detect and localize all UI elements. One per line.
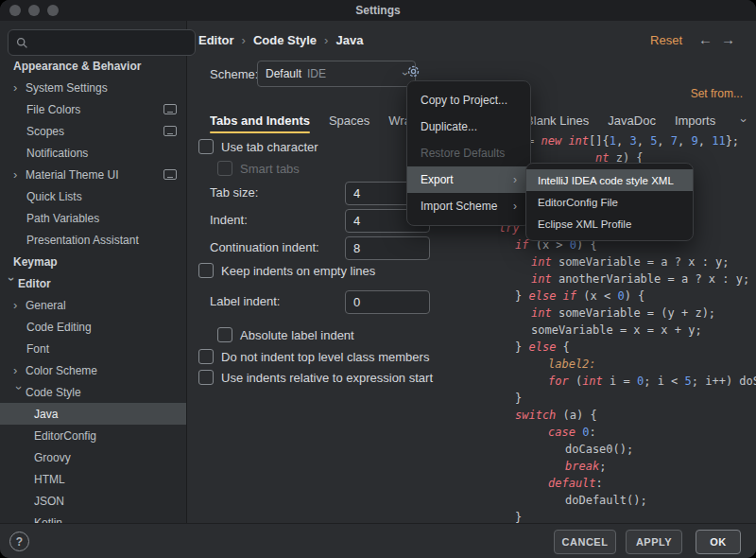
minimize-button[interactable]	[28, 5, 40, 16]
sidebar-item-java[interactable]: Java	[0, 403, 186, 425]
reset-button[interactable]: Reset	[650, 33, 682, 47]
chevron-right-icon[interactable]: ›	[13, 299, 26, 311]
code-segment: 9	[692, 134, 698, 148]
chevron-down-icon[interactable]: ›	[13, 386, 26, 398]
scheme-dropdown[interactable]: Default IDE ›	[257, 61, 416, 87]
sidebar-item-material-theme-ui[interactable]: ›Material Theme UI	[0, 164, 186, 185]
menu-item-restore-defaults: Restore Defaults	[407, 140, 530, 166]
sidebar-item-color-scheme[interactable]: ›Color Scheme	[0, 359, 186, 381]
menu-item-copy-to-project[interactable]: Copy to Project...	[407, 87, 530, 113]
sidebar-item-code-style[interactable]: ›Code Style	[0, 381, 186, 403]
tabs-overflow-button[interactable]: ›	[731, 106, 756, 134]
code-line: }	[421, 509, 756, 524]
sidebar-item-editorconfig[interactable]: EditorConfig	[0, 425, 186, 446]
set-from-link[interactable]: Set from...	[691, 87, 743, 100]
code-line: doCase0();	[421, 441, 756, 458]
help-button[interactable]: ?	[9, 532, 29, 551]
sidebar-item-label: Presentation Assistant	[26, 234, 139, 247]
menu-item-import-scheme[interactable]: Import Scheme›	[407, 193, 530, 219]
sidebar-item-general[interactable]: ›General	[0, 294, 186, 316]
continuation-indent-input[interactable]	[345, 236, 430, 260]
tab-imports[interactable]: Imports	[675, 106, 715, 134]
sidebar-item-json[interactable]: JSON	[0, 490, 186, 512]
chevron-down-icon[interactable]: ›	[6, 277, 18, 289]
code-segment: ,	[698, 134, 712, 148]
chevron-right-icon[interactable]: ›	[13, 81, 26, 94]
forward-arrow-icon[interactable]: →	[721, 31, 735, 47]
checkbox-do-not-indent-top-level[interactable]: Do not indent top level class members	[198, 349, 429, 364]
sidebar-item-scopes[interactable]: Scopes	[0, 120, 186, 142]
tab-tabs-and-indents[interactable]: Tabs and Indents	[210, 106, 310, 134]
sidebar-item-editor[interactable]: ›Editor	[0, 272, 186, 294]
sidebar-item-appearance-behavior[interactable]: Appearance & Behavior	[0, 55, 186, 77]
chevron-right-icon[interactable]: ›	[13, 364, 26, 376]
close-button[interactable]	[9, 5, 21, 16]
sidebar-item-groovy[interactable]: Groovy	[0, 446, 186, 468]
sidebar-item-font[interactable]: Font	[0, 338, 186, 359]
tab-javadoc[interactable]: JavaDoc	[608, 106, 656, 134]
back-arrow-icon[interactable]: ←	[698, 31, 713, 47]
titlebar: Settings	[0, 0, 756, 21]
checkbox-keep-indents[interactable]: Keep indents on empty lines	[198, 263, 375, 278]
code-segment: doDefault();	[565, 494, 647, 507]
code-segment: 3	[629, 134, 636, 148]
checkbox-box[interactable]	[217, 327, 232, 342]
checkbox-use-indents-relative[interactable]: Use indents relative to expression start	[198, 370, 433, 385]
checkbox-absolute-label-indent[interactable]: Absolute label indent	[217, 327, 354, 342]
sidebar-item-html[interactable]: HTML	[0, 468, 186, 490]
breadcrumb-item-java[interactable]: Java	[335, 33, 363, 47]
sidebar-item-keymap[interactable]: Keymap	[0, 251, 186, 272]
checkbox-label: Keep indents on empty lines	[221, 264, 375, 278]
code-segment: i =	[603, 375, 637, 388]
label-indent-input[interactable]	[345, 290, 430, 314]
zoom-button[interactable]	[47, 5, 59, 16]
chevron-right-icon[interactable]: ›	[13, 168, 26, 181]
menu-item-intellij-idea-code-style-xml[interactable]: IntelliJ IDEA code style XML	[526, 169, 693, 191]
submenu-arrow-icon: ›	[513, 200, 517, 213]
ok-button[interactable]: OK	[696, 530, 741, 554]
sidebar-tree: Appearance & Behavior›System SettingsFil…	[0, 55, 186, 524]
code-segment: switch	[515, 409, 556, 422]
sidebar-item-quick-lists[interactable]: Quick Lists	[0, 185, 186, 207]
sidebar-item-path-variables[interactable]: Path Variables	[0, 207, 186, 229]
code-segment: }	[515, 289, 528, 303]
checkbox-box[interactable]	[198, 139, 214, 154]
sidebar-item-presentation-assistant[interactable]: Presentation Assistant	[0, 229, 186, 251]
checkbox-box[interactable]	[198, 370, 214, 385]
code-segment: :	[589, 426, 595, 439]
sidebar-item-label: File Colors	[26, 103, 80, 116]
menu-item-eclipse-xml-profile[interactable]: Eclipse XML Profile	[526, 213, 693, 235]
sidebar-item-code-editing[interactable]: Code Editing	[0, 316, 186, 338]
sidebar-item-label: Scopes	[26, 125, 64, 138]
checkbox-box[interactable]	[198, 349, 214, 364]
sidebar-item-notifications[interactable]: Notifications	[0, 142, 186, 164]
checkbox-box[interactable]	[198, 263, 214, 278]
checkbox-use-tab-character[interactable]: Use tab character	[198, 139, 318, 154]
sidebar-item-file-colors[interactable]: File Colors	[0, 98, 186, 120]
code-segment: 11	[712, 134, 725, 148]
window-controls	[9, 5, 59, 16]
menu-item-editorconfig-file[interactable]: EditorConfig File	[526, 191, 693, 213]
code-line: doDefault();	[421, 492, 756, 509]
code-segment: }	[515, 511, 522, 524]
code-segment: int	[568, 134, 589, 148]
tab-spaces[interactable]: Spaces	[329, 106, 369, 134]
breadcrumb-item-editor[interactable]: Editor	[198, 33, 234, 47]
code-line: } else {	[421, 339, 756, 356]
checkbox-label: Use indents relative to expression start	[221, 371, 433, 385]
breadcrumb-item-code-style[interactable]: Code Style	[253, 33, 317, 47]
menu-item-export[interactable]: Export›	[407, 166, 530, 193]
sidebar-item-label: Font	[26, 342, 49, 356]
menu-item-duplicate[interactable]: Duplicate...	[407, 113, 530, 140]
footer: ? CANCEL APPLY OK	[0, 523, 756, 558]
sidebar-item-system-settings[interactable]: ›System Settings	[0, 77, 186, 98]
search-input[interactable]	[8, 29, 196, 56]
label-indent-label: Label indent:	[210, 294, 280, 308]
screen-icon	[163, 104, 177, 114]
scheme-actions-button[interactable]	[404, 62, 421, 79]
apply-button[interactable]: APPLY	[626, 530, 682, 554]
tab-blank-lines[interactable]: Blank Lines	[525, 106, 589, 134]
code-segment: anotherVariable = a ? x : y;	[552, 272, 750, 286]
cancel-button[interactable]: CANCEL	[554, 530, 616, 554]
code-segment: for	[548, 375, 569, 388]
